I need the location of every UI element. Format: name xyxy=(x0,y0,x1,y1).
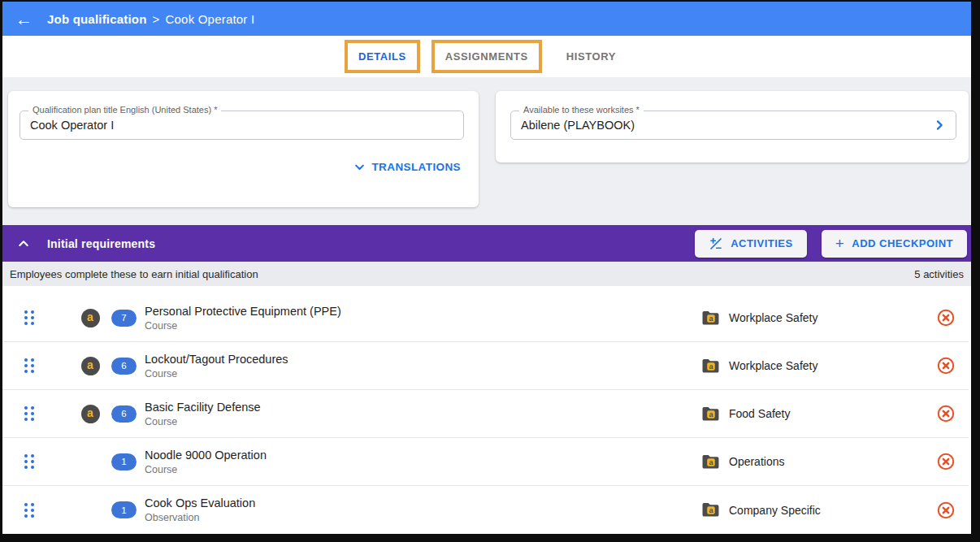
drag-handle-icon[interactable] xyxy=(24,358,37,373)
remove-activity-button[interactable] xyxy=(936,452,956,471)
activities-list: a 7 Personal Protective Equipment (PPE) … xyxy=(2,286,969,534)
folder-icon: a xyxy=(701,406,720,422)
worksites-card: Available to these worksites * xyxy=(496,91,969,163)
activities-button-label: ACTIVITIES xyxy=(731,237,793,249)
translations-label: TRANSLATIONS xyxy=(371,161,461,173)
breadcrumb: Job qualification > Cook Operator I xyxy=(47,12,254,26)
activity-row: a 6 Lockout/Tagout Procedures Course a W… xyxy=(2,342,969,390)
plus-icon: + xyxy=(835,236,845,251)
activity-title: Lockout/Tagout Procedures xyxy=(145,353,288,366)
activity-title: Personal Protective Equipment (PPE) xyxy=(145,305,341,318)
drag-handle-icon[interactable] xyxy=(24,310,37,325)
tab-bar: DETAILS ASSIGNMENTS HISTORY xyxy=(2,36,971,77)
activity-title: Basic Facility Defense xyxy=(145,401,261,414)
folder-icon: a xyxy=(701,310,720,326)
section-buttons: ACTIVITIES + ADD CHECKPOINT xyxy=(695,230,967,258)
remove-circle-icon xyxy=(936,452,956,471)
activities-icon xyxy=(709,236,723,251)
remove-circle-icon xyxy=(936,356,956,375)
activity-category: Company Specific xyxy=(729,504,821,517)
activity-category: Operations xyxy=(729,455,784,468)
worksites-field[interactable]: Available to these worksites * xyxy=(510,111,956,140)
folder-icon: a xyxy=(701,358,720,374)
breadcrumb-section: Job qualification xyxy=(47,12,147,26)
activity-row: a 7 Personal Protective Equipment (PPE) … xyxy=(2,294,969,342)
title-input[interactable] xyxy=(30,119,453,132)
title-field-label: Qualification plan title English (United… xyxy=(28,105,221,115)
details-form-region: Qualification plan title English (United… xyxy=(2,77,971,225)
remove-activity-button[interactable] xyxy=(936,501,956,520)
activities-button[interactable]: ACTIVITIES xyxy=(695,230,807,258)
activity-category: Workplace Safety xyxy=(729,359,817,372)
remove-circle-icon xyxy=(936,501,956,520)
chevron-down-icon xyxy=(353,161,366,173)
screenshot-frame: ← Job qualification > Cook Operator I DE… xyxy=(0,0,980,542)
assignments-highlight-box: ASSIGNMENTS xyxy=(431,40,542,73)
chevron-up-icon xyxy=(17,237,30,250)
drag-handle-icon[interactable] xyxy=(24,503,37,518)
activity-row: a 6 Basic Facility Defense Course a Food… xyxy=(2,390,969,438)
details-highlight-box: DETAILS xyxy=(345,40,420,73)
chevron-right-icon[interactable] xyxy=(933,119,946,132)
version-badge: 6 xyxy=(111,405,137,423)
title-field-wrap: Qualification plan title English (United… xyxy=(20,111,464,140)
version-badge: 1 xyxy=(111,501,137,518)
add-checkpoint-button[interactable]: + ADD CHECKPOINT xyxy=(822,230,967,258)
version-badge: 1 xyxy=(111,453,137,470)
drag-handle-icon[interactable] xyxy=(24,406,37,421)
activity-title: Cook Ops Evaluation xyxy=(145,496,255,509)
section-title: Initial requirements xyxy=(47,237,155,250)
remove-circle-icon xyxy=(936,404,956,423)
activity-type: Course xyxy=(145,320,341,332)
tab-history[interactable]: HISTORY xyxy=(553,40,629,73)
remove-activity-button[interactable] xyxy=(936,404,956,423)
app-window: ← Job qualification > Cook Operator I DE… xyxy=(2,2,971,534)
breadcrumb-item: Cook Operator I xyxy=(166,12,255,26)
activity-type: Observation xyxy=(145,512,255,523)
requirements-description: Employees complete these to earn initial… xyxy=(10,268,258,280)
activity-type: Course xyxy=(145,416,261,427)
initial-requirements-bar: Initial requirements ACTIVITIES + ADD CH… xyxy=(2,225,971,262)
drag-handle-icon[interactable] xyxy=(24,454,37,469)
translations-toggle[interactable]: TRANSLATIONS xyxy=(353,161,461,173)
activity-row: 1 Noodle 9000 Operation Course a Operati… xyxy=(2,438,969,486)
collapse-section-button[interactable] xyxy=(17,237,30,250)
activity-row: 1 Cook Ops Evaluation Observation a Comp… xyxy=(2,486,969,534)
worksites-value[interactable] xyxy=(521,119,933,132)
requirements-sub-bar: Employees complete these to earn initial… xyxy=(2,262,971,286)
folder-icon: a xyxy=(701,454,720,470)
brand-logo-icon: a xyxy=(81,405,100,423)
folder-icon: a xyxy=(701,502,720,518)
remove-activity-button[interactable] xyxy=(936,356,956,375)
version-badge: 7 xyxy=(111,310,137,327)
activity-title: Noodle 9000 Operation xyxy=(145,449,267,462)
back-arrow-icon[interactable]: ← xyxy=(15,11,33,28)
brand-logo-icon: a xyxy=(81,309,100,327)
remove-circle-icon xyxy=(936,308,956,327)
remove-activity-button[interactable] xyxy=(936,308,956,327)
add-checkpoint-button-label: ADD CHECKPOINT xyxy=(852,237,953,249)
activities-count: 5 activities xyxy=(914,268,964,280)
title-card: Qualification plan title English (United… xyxy=(8,91,479,207)
activity-type: Course xyxy=(145,368,288,379)
brand-logo-icon: a xyxy=(81,357,100,375)
activity-category: Workplace Safety xyxy=(729,311,817,324)
activity-category: Food Safety xyxy=(729,407,791,420)
app-bar: ← Job qualification > Cook Operator I xyxy=(2,2,971,36)
tab-assignments[interactable]: ASSIGNMENTS xyxy=(445,50,528,63)
version-badge: 6 xyxy=(111,358,137,375)
breadcrumb-separator: > xyxy=(153,12,160,26)
activity-type: Course xyxy=(145,464,267,475)
tab-details[interactable]: DETAILS xyxy=(358,50,406,63)
worksites-field-label: Available to these worksites * xyxy=(519,105,644,115)
